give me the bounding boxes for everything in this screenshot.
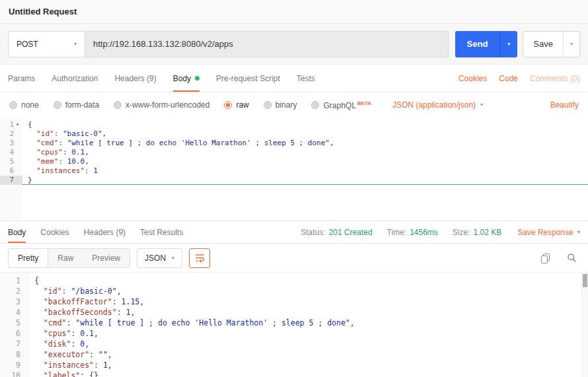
search-button[interactable] [563,250,580,267]
tab-pre-request-script[interactable]: Pre-request Script [216,65,280,92]
gutter-line-9: 9 [0,360,29,370]
fold-spacer [20,339,28,349]
method-select[interactable]: POST ▾ [8,31,85,57]
view-label: Preview [92,254,120,263]
request-tabs-bar: Params Authorization Headers (9) Body Pr… [0,65,588,92]
fold-spacer [20,296,28,307]
bodytype-binary-label: binary [276,100,297,110]
tab-tests[interactable]: Tests [297,65,315,92]
response-tab-cookies[interactable]: Cookies [40,221,69,243]
beautify-link[interactable]: Beautify [550,100,579,110]
body-content-dot-icon [195,76,200,81]
response-toolbar: Pretty Raw Preview JSON ▾ [0,244,588,273]
response-tab-body[interactable]: Body [8,221,26,243]
time-meta: Time: 1456ms [387,228,438,237]
bodytype-raw[interactable]: raw [224,100,248,110]
radio-icon [114,101,122,109]
code-line-2: "id": "/basic-0", [34,286,588,296]
gutter-line-2: 2 [0,286,29,296]
request-body-editor[interactable]: 1▾234567 { "id": "basic-0", "cmd": "whil… [0,118,588,221]
gutter-line-4: 4 [0,307,29,318]
request-title-bar: Untitled Request [0,0,588,24]
view-pretty[interactable]: Pretty [9,249,48,267]
cookies-link[interactable]: Cookies [459,74,487,83]
tab-label: Params [8,74,35,83]
chevron-down-icon: ▾ [577,230,580,235]
fold-spacer [20,370,28,377]
tab-label: Pre-request Script [216,74,280,83]
response-tabs-bar: Body Cookies Headers (9) Test Results St… [0,221,588,244]
radio-icon [311,101,319,109]
chevron-down-icon: ▾ [74,42,77,47]
fold-spacer [14,139,21,148]
bodytype-form-data-label: form-data [65,100,99,110]
size-value: 1.02 KB [474,228,502,237]
code-line-5: "cmd": "while [ true ] ; do echo 'Hello … [34,318,588,328]
gutter-line-10: 10 [0,370,29,377]
bodytype-form-data[interactable]: form-data [54,100,99,110]
request-editor-gutter: 1▾234567 [0,118,22,221]
gutter-line-8: 8 [0,349,29,360]
gutter-line-5: 5 [0,157,22,166]
status-label: Status: [301,228,325,237]
fold-spacer [14,129,21,139]
bodytype-urlencoded-label: x-www-form-urlencoded [126,100,209,110]
radio-icon [9,101,17,109]
copy-button[interactable] [536,250,554,267]
view-raw[interactable]: Raw [48,249,83,267]
method-label: POST [17,40,38,49]
comments-link[interactable]: Comments (0) [530,74,580,83]
url-input[interactable] [85,31,449,57]
search-icon [567,253,577,263]
response-meta: Status: 201 Created Time: 1456ms Size: 1… [286,221,580,243]
tab-body[interactable]: Body [173,65,200,92]
fold-spacer [20,360,28,370]
response-scrollbar[interactable] [581,273,588,377]
tab-label: Tests [297,74,315,83]
body-type-bar: none form-data x-www-form-urlencoded raw… [0,92,588,118]
word-wrap-icon [195,254,205,263]
fold-spacer [20,275,28,286]
code-link[interactable]: Code [499,74,518,83]
chevron-down-icon: ▾ [570,42,573,47]
request-title: Untitled Request [9,7,77,17]
response-tab-headers[interactable]: Headers (9) [84,221,126,243]
status-value: 201 Created [329,228,373,237]
bodytype-urlencoded[interactable]: x-www-form-urlencoded [114,100,209,110]
send-options-button[interactable]: ▾ [499,31,517,57]
request-builder-row: POST ▾ Send ▾ Save ▾ [0,24,588,65]
word-wrap-button[interactable] [189,248,210,268]
bodytype-graphql[interactable]: GraphQLBETA [311,100,371,110]
tab-params[interactable]: Params [8,65,35,92]
save-options-button[interactable]: ▾ [563,32,579,57]
tab-label: Headers (9) [114,74,156,83]
radio-selected-icon [224,101,232,109]
gutter-line-4: 4 [0,148,22,157]
tab-authorization[interactable]: Authorization [52,65,98,92]
content-type-select[interactable]: JSON (application/json) ▾ [392,100,483,110]
scrollbar-thumb[interactable] [583,274,587,287]
gutter-line-1: 1▾ [0,120,22,129]
save-response-button[interactable]: Save Response ▾ [517,228,580,237]
bodytype-graphql-label: GraphQLBETA [323,100,371,110]
tab-label: Body [8,228,26,237]
save-button[interactable]: Save [523,32,563,57]
format-label: JSON [145,254,166,263]
view-preview[interactable]: Preview [83,249,129,267]
tab-label: Test Results [140,228,183,237]
tab-headers[interactable]: Headers (9) [114,65,156,92]
request-tab-links: Cookies Code Comments (0) [459,65,580,92]
fold-spacer [14,166,21,176]
tab-label: Body [173,74,191,83]
request-editor-code[interactable]: { "id": "basic-0", "cmd": "while [ true … [22,118,588,221]
beta-badge: BETA [357,100,371,106]
fold-spacer [20,328,28,339]
status-meta: Status: 201 Created [301,228,372,237]
fold-caret-icon[interactable]: ▾ [14,120,21,129]
bodytype-none[interactable]: none [9,100,39,110]
code-line-4: "backoffSeconds": 1, [34,307,588,318]
send-button[interactable]: Send [455,31,500,57]
bodytype-binary[interactable]: binary [264,100,297,110]
response-format-select[interactable]: JSON ▾ [137,248,182,268]
response-tab-test-results[interactable]: Test Results [140,221,183,243]
